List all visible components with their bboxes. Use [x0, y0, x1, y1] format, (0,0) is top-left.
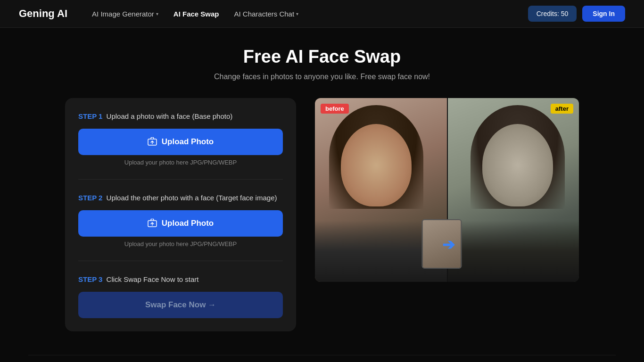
- step-divider-1: [78, 179, 283, 180]
- step-1-label: STEP 1 Upload a photo with a face (Base …: [78, 111, 283, 121]
- face-oval-right: [482, 124, 553, 206]
- main-content: Free AI Face Swap Change faces in photos…: [0, 28, 644, 362]
- signin-button[interactable]: Sign In: [582, 6, 625, 22]
- step-2-label: STEP 2 Upload the other photo with a fac…: [78, 193, 283, 203]
- face-oval-left: [341, 124, 412, 206]
- hero-section: Free AI Face Swap Change faces in photos…: [28, 47, 616, 81]
- swap-face-label: Swap Face Now →: [145, 300, 216, 310]
- step-1-number: STEP 1: [78, 112, 102, 120]
- sidebar-item-ai-characters-chat[interactable]: AI Characters Chat ▾: [229, 6, 305, 22]
- face-swap-arrow: ➔: [442, 236, 455, 254]
- sidebar-item-ai-face-swap[interactable]: AI Face Swap: [168, 6, 225, 22]
- step-3-section: STEP 3 Click Swap Face Now to start Swap…: [78, 274, 283, 318]
- nav-label-characters: AI Characters Chat: [234, 10, 295, 18]
- upload-icon-1: [148, 137, 157, 147]
- step-3-number: STEP 3: [78, 275, 102, 283]
- upload-photo-label-2: Upload Photo: [162, 219, 214, 228]
- logo: Gening AI: [19, 8, 67, 20]
- upload-photo-button-1[interactable]: Upload Photo: [78, 129, 283, 155]
- sidebar-item-ai-image-generator[interactable]: AI Image Generator ▾: [86, 6, 164, 22]
- upload-hint-2: Upload your photo here JPG/PNG/WEBP: [78, 240, 283, 247]
- inset-face-background: [422, 220, 461, 268]
- steps-panel: STEP 1 Upload a photo with a face (Base …: [65, 98, 296, 331]
- hero-subtitle: Change faces in photos to anyone you lik…: [28, 73, 616, 81]
- nav-links: AI Image Generator ▾ AI Face Swap AI Cha…: [86, 6, 528, 22]
- step-2-section: STEP 2 Upload the other photo with a fac…: [78, 193, 283, 247]
- page-title: Free AI Face Swap: [28, 47, 616, 67]
- before-badge: before: [321, 104, 349, 114]
- upload-hint-1: Upload your photo here JPG/PNG/WEBP: [78, 159, 283, 166]
- two-column-layout: STEP 1 Upload a photo with a face (Base …: [28, 98, 616, 331]
- navbar: Gening AI AI Image Generator ▾ AI Face S…: [0, 0, 644, 28]
- step-2-number: STEP 2: [78, 194, 102, 202]
- inset-face: [421, 219, 462, 269]
- preview-panel: ➔ before after: [315, 98, 579, 282]
- upload-photo-button-2[interactable]: Upload Photo: [78, 210, 283, 237]
- chevron-down-icon: ▾: [156, 11, 158, 16]
- nav-actions: Credits: 50 Sign In: [528, 6, 625, 22]
- nav-label-image-gen: AI Image Generator: [92, 10, 154, 18]
- face-swap-demo: ➔ before after: [315, 98, 579, 282]
- credits-button[interactable]: Credits: 50: [528, 6, 577, 22]
- swap-face-button[interactable]: Swap Face Now →: [78, 292, 283, 318]
- after-badge: after: [551, 104, 573, 114]
- body-right: [447, 221, 579, 282]
- chevron-down-icon-2: ▾: [296, 11, 298, 16]
- upload-icon-2: [148, 219, 157, 228]
- step-3-label: STEP 3 Click Swap Face Now to start: [78, 274, 283, 284]
- step-2-description: Upload the other photo with a face (Targ…: [107, 194, 277, 202]
- step-1-description: Upload a photo with a face (Base photo): [107, 112, 233, 120]
- bottom-section: Learn more about AI Face Swap:: [28, 355, 616, 362]
- step-1-section: STEP 1 Upload a photo with a face (Base …: [78, 111, 283, 166]
- step-3-description: Click Swap Face Now to start: [107, 275, 199, 283]
- nav-label-face-swap: AI Face Swap: [173, 10, 219, 18]
- step-divider-2: [78, 261, 283, 261]
- upload-photo-label-1: Upload Photo: [162, 137, 214, 147]
